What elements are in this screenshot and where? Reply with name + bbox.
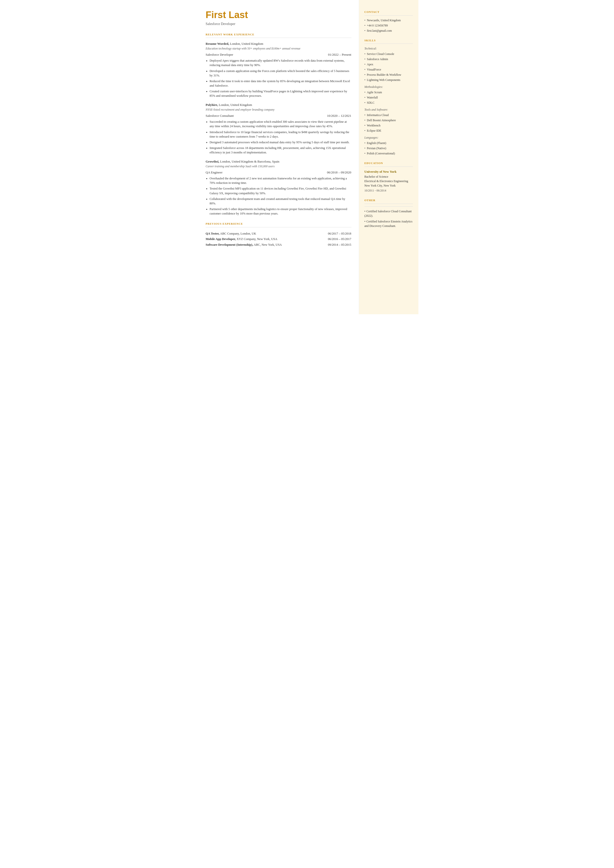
job-title: Salesforce Developer (206, 21, 351, 26)
tech-skill-5: Lightning Web Components (364, 78, 413, 82)
method-1: Waterfall (364, 95, 413, 100)
prev-exp-dates-2: 09/2014 – 05/2015 (317, 242, 351, 248)
tech-skill-4: Process Builder & Workflow (364, 73, 413, 77)
bullet-1-3: Created custom user-interfaces by buildi… (210, 89, 351, 98)
name: First Last (206, 10, 351, 20)
education-section-title: EDUCATION (364, 161, 413, 167)
other-item-1: •Certified Salesforce Einstein Analytics… (364, 219, 413, 228)
company-name-2: Polyhire, London, United Kingdom (206, 102, 351, 107)
role-1: Salesforce Developer (206, 52, 233, 57)
edu-location: New York City, New York (364, 183, 413, 188)
previous-exp-table: QA Tester, ABC Company, London, UK 06/20… (206, 231, 351, 248)
prev-exp-dates-1: 06/2016 – 05/2017 (317, 236, 351, 242)
methodologies-list: Agile Scrum Waterfall SDLC (364, 90, 413, 105)
company-name-1: Resume Worded, London, United Kingdom (206, 41, 351, 46)
bullet-1-0: Deployed Apex triggers that automaticall… (210, 58, 351, 67)
tech-skill-0: Service Cloud Console (364, 52, 413, 56)
relevant-work-section-title: RELEVANT WORK EXPERIENCE (206, 33, 351, 38)
lang-2: Polish (Conversational) (364, 151, 413, 156)
other-bullet-1: • (364, 220, 366, 223)
method-2: SDLC (364, 101, 413, 105)
bullet-3-1: Tested the Growthsi MP3 application on 1… (210, 186, 351, 195)
lang-0: English (Fluent) (364, 141, 413, 145)
company-bold-1: Resume Worded, (206, 42, 229, 45)
bullet-1-2: Reduced the time it took to enter data i… (210, 79, 351, 88)
tech-skill-3: VisualForce (364, 67, 413, 72)
prev-exp-row-1: Mobile App Developer, XYZ Company, New Y… (206, 236, 351, 242)
bullet-2-1: Introduced Salesforce to 10 large financ… (210, 130, 351, 139)
prev-exp-role-1: Mobile App Developer, XYZ Company, New Y… (206, 236, 317, 242)
prev-exp-row-2: Software Development (Internship), ABC, … (206, 242, 351, 248)
bullet-3-0: Overhauled the development of 2 new test… (210, 176, 351, 185)
role-2: Salesforce Consultant (206, 113, 234, 118)
tools-label: Tools and Software: (364, 107, 413, 112)
company-rest-1: London, United Kingdom (229, 42, 264, 45)
prev-exp-role-0: QA Tester, ABC Company, London, UK (206, 231, 317, 236)
edu-field: Electrical & Electronics Engineering (364, 179, 413, 183)
contact-item-0: Newcastle, United Kingdom (364, 18, 413, 23)
tool-1: Dell Boomi Atmosphere (364, 118, 413, 123)
contact-list: Newcastle, United Kingdom +44 0 12345678… (364, 18, 413, 33)
dates-2: 10/2020 – 12/2021 (327, 113, 351, 118)
job-row-2: Salesforce Consultant 10/2020 – 12/2021 (206, 113, 351, 118)
tech-skill-2: Apex (364, 62, 413, 67)
prev-exp-dates-0: 06/2017 – 05/2018 (317, 231, 351, 236)
dates-3: 06/2018 – 09/2020 (327, 170, 351, 175)
tool-2: Workbench (364, 123, 413, 128)
tool-0: Informatica Cloud (364, 113, 413, 117)
contact-item-2: first.last@gmail.com (364, 28, 413, 33)
company-tagline-2: NYSE-listed recruitment and employer bra… (206, 107, 351, 112)
company-rest-3: London, United Kingdom & Barcelona, Spai… (219, 160, 279, 163)
bullet-2-0: Succeeded in creating a custom applicati… (210, 120, 351, 129)
bullet-3-2: Collaborated with the development team a… (210, 197, 351, 206)
job-block-3: Growthsi, London, United Kingdom & Barce… (206, 159, 351, 216)
bullet-2-2: Designed 3 automated processes which red… (210, 140, 351, 144)
company-rest-2: London, United Kingdom (218, 103, 252, 107)
company-name-3: Growthsi, London, United Kingdom & Barce… (206, 159, 351, 164)
job-block-1: Resume Worded, London, United Kingdom Ed… (206, 41, 351, 98)
company-tagline-1: Education technology startup with 50+ em… (206, 46, 351, 51)
technical-label: Technical: (364, 46, 413, 51)
company-bold-2: Polyhire, (206, 103, 218, 107)
job-row-3: QA Engineer 06/2018 – 09/2020 (206, 170, 351, 175)
bullets-3: Overhauled the development of 2 new test… (210, 176, 351, 216)
method-0: Agile Scrum (364, 90, 413, 95)
previous-exp-section-title: PREVIOUS EXPERIENCE (206, 222, 351, 227)
lang-1: Persian (Native) (364, 146, 413, 151)
languages-label: Languages: (364, 135, 413, 140)
bullets-1: Deployed Apex triggers that automaticall… (210, 58, 351, 98)
other-item-0: •Certified Salesforce Cloud Consultant (… (364, 209, 413, 218)
company-tagline-3: Career training and membership SaaS with… (206, 164, 351, 169)
edu-degree: Bachelor of Science (364, 174, 413, 179)
edu-school: University of New York (364, 169, 413, 174)
tools-list: Informatica Cloud Dell Boomi Atmosphere … (364, 113, 413, 133)
right-column: CONTACT Newcastle, United Kingdom +44 0 … (359, 0, 419, 314)
bullets-2: Succeeded in creating a custom applicati… (210, 120, 351, 155)
contact-item-1: +44 0 123456789 (364, 23, 413, 28)
bullet-3-3: Partnered with 5 other departments inclu… (210, 207, 351, 216)
prev-exp-row-0: QA Tester, ABC Company, London, UK 06/20… (206, 231, 351, 236)
other-section-title: OTHER (364, 198, 413, 204)
technical-skills-list: Service Cloud Console Salesforce Admin A… (364, 52, 413, 82)
other-bullet-0: • (364, 210, 366, 213)
resume-page: First Last Salesforce Developer RELEVANT… (196, 0, 419, 314)
methodologies-label: Methodologies: (364, 85, 413, 89)
languages-list: English (Fluent) Persian (Native) Polish… (364, 141, 413, 156)
bullet-2-3: Integrated Salesforce across 18 departme… (210, 146, 351, 155)
prev-exp-role-2: Software Development (Internship), ABC, … (206, 242, 317, 248)
job-row-1: Salesforce Developer 01/2022 – Present (206, 52, 351, 57)
tool-3: Eclipse IDE (364, 129, 413, 133)
left-column: First Last Salesforce Developer RELEVANT… (196, 0, 359, 314)
company-bold-3: Growthsi, (206, 160, 219, 163)
tech-skill-1: Salesforce Admin (364, 57, 413, 61)
dates-1: 01/2022 – Present (328, 52, 351, 57)
skills-section-title: SKILLS (364, 38, 413, 44)
contact-section-title: CONTACT (364, 10, 413, 16)
job-block-2: Polyhire, London, United Kingdom NYSE-li… (206, 102, 351, 155)
bullet-1-1: Developed a custom application using the… (210, 69, 351, 78)
edu-dates: 10/2011 - 06/2014 (364, 188, 413, 193)
role-3: QA Engineer (206, 170, 223, 175)
